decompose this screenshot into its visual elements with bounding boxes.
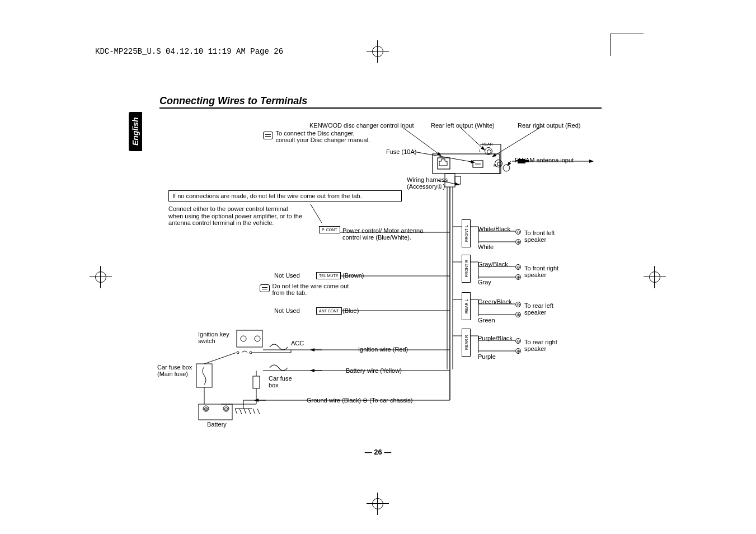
- note-icon: [260, 284, 270, 292]
- battery-wire-label: Battery wire (Yellow): [346, 367, 402, 374]
- svg-point-30: [241, 336, 246, 341]
- not-used-2: Not Used: [274, 307, 300, 314]
- polarity-minus-icon: ⊖: [515, 302, 521, 307]
- svg-point-32: [237, 352, 239, 354]
- disc-changer-input-label: KENWOOD disc changer control input: [309, 122, 414, 129]
- title-rule: [159, 107, 602, 109]
- car-fuse-box-label: Car fuse box: [269, 375, 299, 388]
- pcont-label: Power control/ Motor antenna control wir…: [342, 227, 443, 241]
- dont-let-wire-text: Do not let the wire come out from the ta…: [272, 283, 353, 296]
- telmute-tag: TEL MUTE: [316, 272, 341, 279]
- note-icon: [263, 132, 273, 139]
- rca-left-icon: [485, 147, 492, 155]
- polarity-minus-icon: ⊖: [515, 229, 521, 235]
- rl-neg-color: Green/Black: [478, 298, 512, 305]
- page-number: — 26 —: [0, 448, 756, 456]
- rr-neg-color: Purple/Black: [478, 335, 513, 341]
- svg-point-31: [255, 336, 260, 341]
- svg-line-12: [492, 126, 543, 157]
- rear-left-output-label: Rear left output (White): [431, 122, 495, 129]
- battery-label: Battery: [207, 421, 227, 428]
- svg-rect-29: [237, 330, 262, 347]
- svg-line-11: [461, 128, 485, 150]
- manual-page: KDC-MP225B_U.S 04.12.10 11:19 AM Page 26…: [0, 0, 756, 534]
- ignition-key-label: Ignition key switch: [198, 331, 234, 344]
- polarity-plus-icon: ⊕: [515, 312, 521, 317]
- svg-line-18: [311, 204, 322, 223]
- speaker-tag-fl: FRONT L: [462, 219, 471, 247]
- svg-rect-36: [196, 364, 212, 387]
- fr-pos-color: Gray: [478, 279, 491, 285]
- ignition-key-text: Ignition key switch: [198, 331, 229, 344]
- rear-mark: REAR: [482, 142, 492, 146]
- battery-plus: ⊕: [204, 406, 208, 412]
- fl-pos-color: White: [478, 243, 494, 250]
- rca-l-label: L: [479, 149, 481, 153]
- disc-changer-note: To connect the Disc changer, consult you…: [263, 130, 373, 143]
- svg-rect-2: [473, 161, 483, 167]
- svg-rect-0: [433, 154, 500, 174]
- dont-let-wire-note: Do not let the wire come out from the ta…: [260, 283, 353, 296]
- battery-minus: ⊖: [224, 406, 228, 412]
- wiring-harness-label: Wiring harness (Accessory①): [407, 176, 448, 190]
- print-header: KDC-MP225B_U.S 04.12.10 11:19 AM Page 26: [95, 47, 283, 56]
- polarity-plus-icon: ⊕: [515, 348, 521, 354]
- telmute-color: (Brown): [342, 272, 364, 279]
- fm-am-antenna-label: FM/AM antenna input: [515, 157, 574, 163]
- fuse-label: Fuse (10A): [386, 148, 416, 155]
- car-fuse-main-label: Car fuse box (Main fuse): [157, 364, 192, 377]
- accessory1-text: (Accessory①): [407, 183, 445, 190]
- fl-dest: To front left speaker: [524, 229, 569, 243]
- rl-dest: To rear left speaker: [524, 302, 569, 316]
- connect-power-note: Connect either to the power control term…: [168, 205, 303, 227]
- disc-changer-note-text: To connect the Disc changer, consult you…: [275, 130, 373, 143]
- speaker-tag-rl: REAR L: [462, 292, 471, 320]
- polarity-minus-icon: ⊖: [515, 338, 521, 344]
- rl-pos-color: Green: [478, 317, 495, 324]
- svg-rect-14: [455, 176, 461, 184]
- trim-line: [610, 34, 611, 56]
- svg-point-33: [250, 352, 252, 354]
- registration-mark-bottom: [367, 493, 389, 515]
- ignition-wire-label: Ignition wire (Red): [358, 346, 408, 353]
- svg-rect-1: [438, 158, 450, 169]
- no-connection-warning-text: If no connections are made, do not let t…: [172, 193, 362, 199]
- wiring-harness-text: Wiring harness: [407, 176, 448, 183]
- svg-line-10: [414, 152, 475, 162]
- speaker-tag-rr: REAR R: [462, 329, 471, 357]
- ground-wire-label: Ground wire (Black) ⊖ (To car chassis): [307, 397, 412, 404]
- car-fuse-main2-text: (Main fuse): [157, 371, 188, 377]
- registration-mark-right: [644, 266, 666, 288]
- polarity-plus-icon: ⊕: [515, 239, 521, 245]
- svg-point-4: [503, 165, 510, 171]
- car-fuse-box-text: Car fuse box: [269, 375, 292, 388]
- antcont-tag: ANT CONT: [316, 307, 342, 315]
- car-fuse-main-text: Car fuse box: [157, 364, 192, 371]
- no-connection-warning-box: If no connections are made, do not let t…: [168, 190, 402, 202]
- not-used-1: Not Used: [274, 272, 300, 279]
- fl-neg-color: White/Black: [478, 226, 510, 232]
- section-title: Connecting Wires to Terminals: [159, 95, 307, 107]
- fr-dest: To front right speaker: [524, 265, 569, 278]
- trim-line: [610, 34, 644, 34]
- svg-line-8: [508, 161, 511, 166]
- speaker-tag-fr: FRONT R: [462, 255, 471, 283]
- rr-pos-color: Purple: [478, 353, 496, 360]
- rca-r-label: R: [494, 163, 496, 167]
- language-tab: English: [129, 112, 142, 151]
- fr-neg-color: Gray/Black: [478, 261, 508, 268]
- registration-mark-left: [90, 266, 112, 288]
- antcont-color: (Blue): [342, 307, 359, 314]
- polarity-plus-icon: ⊕: [515, 274, 521, 280]
- pcont-tag: P. CONT: [319, 226, 340, 233]
- svg-rect-38: [253, 376, 260, 388]
- registration-mark-top: [367, 40, 389, 63]
- rear-right-output-label: Rear right output (Red): [518, 122, 581, 129]
- svg-line-42: [204, 353, 236, 364]
- rr-dest: To rear right speaker: [524, 339, 569, 352]
- acc-label: ACC: [291, 340, 304, 346]
- polarity-minus-icon: ⊖: [515, 264, 521, 270]
